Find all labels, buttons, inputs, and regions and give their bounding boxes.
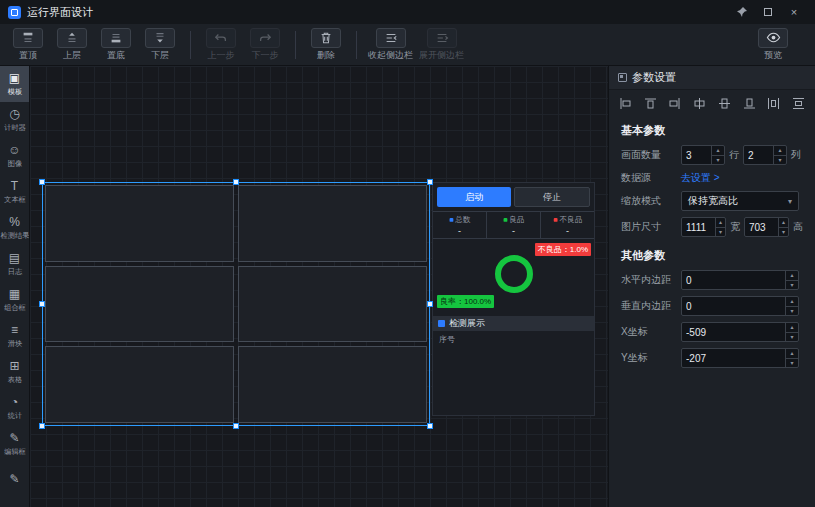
cols-input[interactable]: [744, 146, 773, 164]
delete-button[interactable]: 删除: [304, 28, 348, 62]
layer-up-button[interactable]: 上层: [50, 28, 94, 62]
h-padding-decrement-icon[interactable]: ▾: [786, 280, 798, 290]
sidebar-item-statistics[interactable]: ◔ 统计: [0, 390, 29, 426]
redo-icon: [250, 28, 280, 48]
y-coordinate-input[interactable]: [682, 349, 785, 367]
distribute-vertical-icon[interactable]: [792, 97, 805, 110]
image-height-input[interactable]: [745, 218, 778, 236]
rows-increment-icon[interactable]: ▴: [712, 146, 724, 155]
stat-total: 总数 -: [433, 212, 486, 238]
h-padding-row: 水平内边距 ▴▾: [609, 267, 815, 293]
send-to-back-button[interactable]: 置底: [94, 28, 138, 62]
defect-rate-badge: 不良品：1.0%: [535, 243, 591, 256]
layer-down-button[interactable]: 下层: [138, 28, 182, 62]
width-increment-icon[interactable]: ▴: [716, 218, 725, 227]
maximize-button[interactable]: [755, 0, 781, 24]
resize-handle-s[interactable]: [233, 423, 239, 429]
image-height-stepper: ▴▾: [744, 217, 789, 237]
datasource-settings-link[interactable]: 去设置 >: [681, 171, 720, 185]
undo-button[interactable]: 上一步: [199, 28, 243, 62]
table-icon: ⊞: [9, 360, 19, 373]
close-button[interactable]: ×: [781, 0, 807, 24]
sidebar-item-slider[interactable]: ≡ 滑块: [0, 318, 29, 354]
collapse-sidebar-button[interactable]: 收起侧边栏: [365, 28, 416, 62]
sidebar-item-editbox[interactable]: ✎ 编辑框: [0, 426, 29, 462]
start-button[interactable]: 启动: [437, 187, 511, 207]
align-right-icon[interactable]: [668, 97, 681, 110]
resize-handle-e[interactable]: [427, 301, 433, 307]
cols-decrement-icon[interactable]: ▾: [774, 155, 786, 165]
rows-input[interactable]: [682, 146, 711, 164]
rows-decrement-icon[interactable]: ▾: [712, 155, 724, 165]
height-increment-icon[interactable]: ▴: [779, 218, 788, 227]
stop-button[interactable]: 停止: [514, 187, 590, 207]
image-cell[interactable]: [238, 266, 427, 343]
align-center-vertical-icon[interactable]: [718, 97, 731, 110]
resize-handle-w[interactable]: [39, 301, 45, 307]
align-bottom-icon[interactable]: [743, 97, 756, 110]
sidebar-item-extra[interactable]: ✎: [0, 462, 29, 498]
y-increment-icon[interactable]: ▴: [786, 349, 798, 358]
image-width-input[interactable]: [682, 218, 715, 236]
undo-icon: [206, 28, 236, 48]
image-cell[interactable]: [45, 346, 234, 423]
v-padding-row: 垂直内边距 ▴▾: [609, 293, 815, 319]
toolbar-separator: [295, 31, 296, 59]
image-cell[interactable]: [45, 266, 234, 343]
v-padding-increment-icon[interactable]: ▴: [786, 297, 798, 306]
resize-handle-se[interactable]: [427, 423, 433, 429]
align-top-icon[interactable]: [644, 97, 657, 110]
image-cell[interactable]: [238, 185, 427, 262]
sidebar-item-log[interactable]: ▤ 日志: [0, 246, 29, 282]
extra-icon: ✎: [9, 473, 19, 486]
sidebar-item-detection-result[interactable]: % 检测结果: [0, 210, 29, 246]
image-cell[interactable]: [45, 185, 234, 262]
width-decrement-icon[interactable]: ▾: [716, 227, 725, 237]
sidebar-item-image[interactable]: ☺ 图像: [0, 138, 29, 174]
stat-good: 良品 -: [486, 212, 540, 238]
editbox-icon: ✎: [9, 432, 19, 445]
app-logo-icon: [8, 6, 21, 19]
scale-mode-select[interactable]: 保持宽高比 ▾: [681, 191, 799, 211]
resize-handle-n[interactable]: [233, 179, 239, 185]
sidebar-item-timer[interactable]: ◷ 计时器: [0, 102, 29, 138]
x-increment-icon[interactable]: ▴: [786, 323, 798, 332]
align-center-horizontal-icon[interactable]: [693, 97, 706, 110]
image-cell-grid: [45, 185, 427, 423]
redo-button[interactable]: 下一步: [243, 28, 287, 62]
align-left-icon[interactable]: [619, 97, 632, 110]
selected-grid-element[interactable]: [42, 182, 430, 426]
sidebar-item-table[interactable]: ⊞ 表格: [0, 354, 29, 390]
x-decrement-icon[interactable]: ▾: [786, 332, 798, 342]
height-decrement-icon[interactable]: ▾: [779, 227, 788, 237]
sidebar-item-textbox[interactable]: T 文本框: [0, 174, 29, 210]
resize-handle-nw[interactable]: [39, 179, 45, 185]
expand-sidebar-button[interactable]: 展开侧边栏: [416, 28, 467, 62]
distribute-horizontal-icon[interactable]: [767, 97, 780, 110]
design-canvas[interactable]: 启动 停止 总数 - 良品 - 不良品 - 不良品：1.0%: [30, 66, 608, 507]
cols-increment-icon[interactable]: ▴: [774, 146, 786, 155]
sidebar-item-template[interactable]: ▣ 模板: [0, 66, 29, 102]
collapse-sidebar-icon: [376, 28, 406, 48]
h-padding-increment-icon[interactable]: ▴: [786, 271, 798, 280]
image-cell[interactable]: [238, 346, 427, 423]
x-coordinate-input[interactable]: [682, 323, 785, 341]
bring-to-front-button[interactable]: 置顶: [6, 28, 50, 62]
v-padding-input[interactable]: [682, 297, 785, 315]
titlebar: 运行界面设计 ×: [0, 0, 815, 24]
resize-handle-sw[interactable]: [39, 423, 45, 429]
sidebar-item-combobox[interactable]: ▦ 组合框: [0, 282, 29, 318]
pin-icon[interactable]: [729, 0, 755, 24]
log-icon: ▤: [9, 252, 20, 265]
stats-row: 总数 - 良品 - 不良品 -: [433, 211, 594, 239]
h-padding-input[interactable]: [682, 271, 785, 289]
other-params-section-title: 其他参数: [609, 240, 815, 267]
yield-rate-badge: 良率：100.0%: [437, 295, 494, 308]
y-decrement-icon[interactable]: ▾: [786, 358, 798, 368]
v-padding-decrement-icon[interactable]: ▾: [786, 306, 798, 316]
detection-widget[interactable]: 启动 停止 总数 - 良品 - 不良品 - 不良品：1.0%: [432, 182, 595, 416]
preview-button[interactable]: 预览: [751, 28, 795, 62]
y-coordinate-row: Y坐标 ▴▾: [609, 345, 815, 371]
resize-handle-ne[interactable]: [427, 179, 433, 185]
layer-up-icon: [57, 28, 87, 48]
